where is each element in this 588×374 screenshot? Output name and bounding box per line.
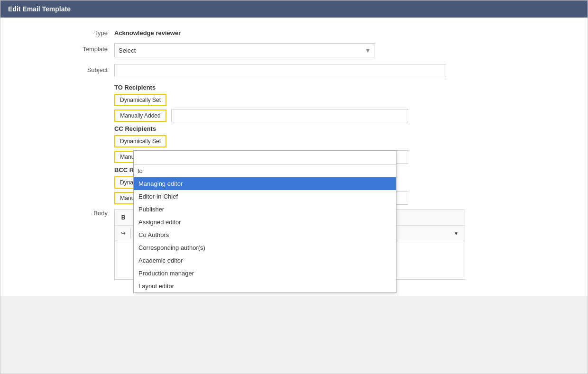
subject-input-container [114,64,446,77]
window-title: Edit Email Template [8,5,71,13]
type-row: Type Acknowledge reviewer [19,27,569,36]
recipients-dropdown: to Managing editorEditor-in-ChiefPublish… [133,150,396,293]
type-label: Type [19,27,114,36]
dropdown-item[interactable]: Co Authors [134,228,396,241]
select-arrow-icon: ▼ [365,47,371,54]
subject-row: Subject [19,64,569,77]
dropdown-item[interactable]: Publisher [134,203,396,216]
subject-label: Subject [19,64,114,73]
template-label: Template [19,43,114,53]
form-content: Type Acknowledge reviewer Template Selec… [0,18,588,296]
body-label: Body [19,210,114,217]
template-select[interactable]: Select ▼ [114,43,375,57]
bold-button[interactable]: B [118,212,129,223]
template-select-container: Select ▼ [114,43,446,57]
separator-5 [130,228,131,238]
dropdown-to-label: to [134,165,396,177]
template-row: Template Select ▼ [19,43,569,57]
to-manually-added-box[interactable]: Manually Added [114,109,166,122]
main-window: Edit Email Template Type Acknowledge rev… [0,0,588,374]
dropdown-item[interactable]: Layout editor [134,280,396,292]
dropdown-item[interactable]: Academic editor [134,254,396,267]
cc-recipients-title: CC Recipients [114,125,156,132]
cc-section-header: CC Recipients [19,125,569,132]
dropdown-list: Managing editorEditor-in-ChiefPublisherA… [134,177,396,292]
dropdown-item[interactable]: Assigned editor [134,216,396,228]
dropdown-item[interactable]: Corresponding author(s) [134,241,396,254]
to-dynamically-set-box[interactable]: Dynamically Set [114,94,166,106]
to-manually-row: Manually Added [19,109,569,122]
dropdown-item[interactable]: Managing editor [134,177,396,190]
cc-dynamically-set-box[interactable]: Dynamically Set [114,135,166,147]
dropdown-search-input[interactable] [134,151,396,165]
template-select-value: Select [119,47,136,54]
cc-dynamically-row: Dynamically Set [19,135,569,147]
subject-input[interactable] [114,64,446,77]
to-dynamically-row: Dynamically Set [19,94,569,106]
to-recipients-title: TO Recipients [114,84,156,91]
dropdown-item[interactable]: Editor-in-Chief [134,190,396,203]
source-button[interactable]: ▼ [450,228,462,239]
to-section-header: TO Recipients [19,84,569,91]
title-bar: Edit Email Template [0,0,588,18]
type-value: Acknowledge reviewer [114,27,181,36]
redo-button[interactable]: ↪ [118,228,129,239]
to-manually-input[interactable] [171,109,408,122]
dropdown-item[interactable]: Production manager [134,267,396,280]
